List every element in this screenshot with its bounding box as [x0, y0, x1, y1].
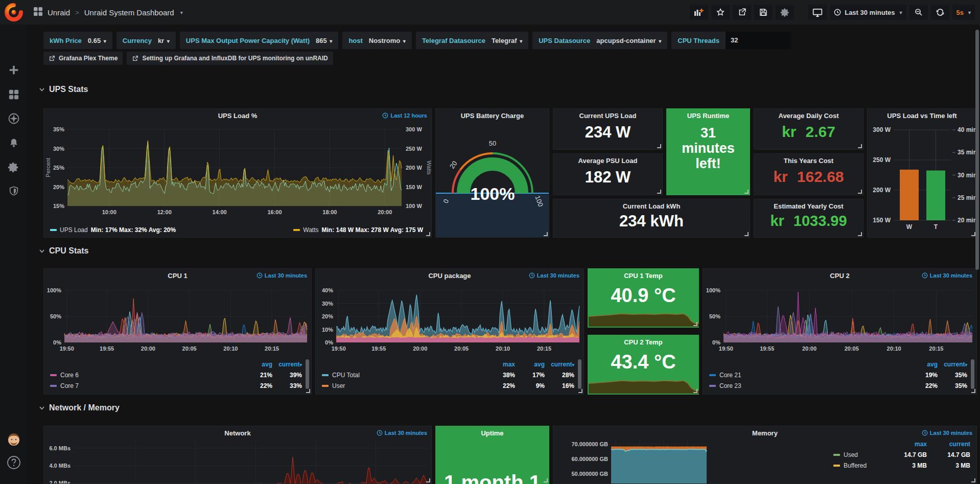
- dashboard-dropdown-caret-icon[interactable]: ▾: [180, 10, 183, 15]
- variable-value-dropdown[interactable]: 865 ▾: [316, 37, 332, 44]
- panel-current-ups-load: Current UPS Load 234 W: [553, 108, 663, 150]
- legend-col-avg[interactable]: avg: [908, 361, 938, 368]
- time-range-picker[interactable]: Last 30 minutes ▾: [830, 5, 906, 20]
- bars-body[interactable]: 300 W250 W200 W150 W40 min35 min30 min25…: [868, 109, 976, 237]
- panel-time-range-link[interactable]: Last 30 minutes: [529, 272, 579, 279]
- legend-series-toggle[interactable]: Core 23: [709, 382, 908, 389]
- legend-col-current[interactable]: current▾: [545, 361, 574, 368]
- server-admin-shield-icon[interactable]: [0, 182, 27, 200]
- panel-title[interactable]: CPU 1 Temp: [588, 272, 698, 280]
- legend-col-max[interactable]: max: [485, 361, 515, 368]
- panel-time-range-link[interactable]: Last 30 minutes: [256, 272, 307, 279]
- chart-body[interactable]: 35%30%25%20%15%10:0012:0014:0016:0018:00…: [44, 109, 431, 237]
- panel-title[interactable]: Memory: [553, 429, 976, 437]
- legend-row: Core 722%33%: [50, 380, 302, 391]
- add-panel-button[interactable]: [690, 5, 708, 20]
- explore-compass-icon[interactable]: [0, 110, 27, 127]
- page-scrollbar[interactable]: [975, 30, 979, 270]
- variable-value-dropdown[interactable]: apcupsd-container ▾: [596, 37, 661, 44]
- legend-series-toggle[interactable]: Core 7: [50, 382, 243, 389]
- legend-row: Buffered3 MB3 MB: [833, 460, 970, 471]
- panel-title[interactable]: CPU 2 Temp: [588, 338, 698, 346]
- variable-input[interactable]: 32: [726, 32, 791, 49]
- legend-col-max[interactable]: max: [891, 441, 927, 448]
- variable-value-dropdown[interactable]: kr ▾: [158, 37, 170, 44]
- legend-col-current[interactable]: current▾: [272, 361, 302, 368]
- breadcrumb-dashboard-title[interactable]: Unraid System Dashboard: [84, 8, 174, 17]
- panel-title[interactable]: UPS Load vs Time left: [868, 112, 976, 120]
- avatar[interactable]: [0, 431, 27, 448]
- legend-scrollbar[interactable]: [306, 359, 309, 389]
- help-icon[interactable]: [0, 454, 27, 471]
- panel-title[interactable]: Network: [44, 429, 431, 437]
- legend-col-avg[interactable]: avg: [515, 361, 545, 368]
- star-dashboard-button[interactable]: [711, 5, 730, 20]
- panel-title[interactable]: UPS Load %: [44, 112, 431, 120]
- panel-title[interactable]: UPS Runtime: [667, 112, 750, 120]
- svg-text:19:55: 19:55: [371, 345, 386, 352]
- svg-text:50.000000 GB: 50.000000 GB: [571, 471, 608, 477]
- grafana-logo-icon[interactable]: [4, 3, 24, 22]
- svg-text:2.0 MBs: 2.0 MBs: [49, 480, 71, 483]
- dashboard-link[interactable]: Setting up Grafana and InfluxDB for UPS …: [127, 52, 333, 65]
- legend-row: User22%9%16%: [322, 380, 574, 391]
- dashboard-settings-button[interactable]: [776, 5, 794, 20]
- refresh-interval-picker[interactable]: 5s ▾: [952, 5, 975, 20]
- cycle-view-monitor-button[interactable]: [808, 5, 827, 20]
- panel-time-range-link[interactable]: Last 12 hours: [382, 112, 427, 119]
- section-ups-stats[interactable]: UPS Stats: [39, 85, 88, 94]
- variable-value-dropdown[interactable]: Telegraf ▾: [492, 37, 522, 44]
- panel-title[interactable]: This Years Cost: [754, 157, 863, 165]
- refresh-button[interactable]: [931, 5, 949, 20]
- panel-title[interactable]: UPS Battery Charge: [436, 112, 549, 120]
- panel-average-psu-load: Average PSU Load 182 W: [553, 153, 663, 195]
- gauge-body[interactable]: 02050100100%: [436, 109, 549, 237]
- stat-value: 234 W: [553, 123, 662, 141]
- legend-col-avg[interactable]: avg: [243, 361, 272, 368]
- variable-value-dropdown[interactable]: 0.65 ▾: [88, 37, 106, 44]
- breadcrumb-app[interactable]: Unraid: [48, 8, 70, 17]
- legend-row: CPU Total38%17%28%: [322, 370, 574, 380]
- stat-value: kr2.67: [754, 123, 863, 141]
- panel-title[interactable]: Current Load kWh: [553, 202, 750, 210]
- legend-col-current[interactable]: current▾: [938, 361, 967, 368]
- legend-scrollbar[interactable]: [971, 359, 974, 389]
- section-cpu-stats[interactable]: CPU Stats: [39, 246, 88, 256]
- dashboards-grid-icon[interactable]: [34, 7, 42, 17]
- refresh-interval-label: 5s: [956, 9, 964, 16]
- panel-title[interactable]: Average PSU Load: [553, 157, 662, 165]
- svg-text:250 W: 250 W: [873, 156, 891, 164]
- dashboards-icon[interactable]: [0, 86, 27, 103]
- chevron-down-icon: [39, 405, 45, 411]
- legend-series-toggle[interactable]: Core 6: [50, 372, 243, 379]
- variable-value-dropdown[interactable]: Nostromo ▾: [369, 37, 406, 44]
- section-title: UPS Stats: [49, 85, 88, 94]
- legend-series-toggle[interactable]: User: [322, 382, 485, 389]
- legend-series-toggle[interactable]: Buffered: [833, 462, 891, 469]
- configuration-gear-icon[interactable]: [0, 158, 27, 176]
- zoom-out-button[interactable]: [909, 5, 928, 20]
- panel-time-range-link[interactable]: Last 30 minutes: [922, 430, 972, 436]
- alerting-bell-icon[interactable]: [0, 134, 27, 152]
- share-dashboard-button[interactable]: [733, 5, 751, 20]
- external-link-icon: [49, 55, 55, 62]
- legend-series-toggle[interactable]: Used: [833, 451, 891, 458]
- legend-series-toggle[interactable]: Core 21: [709, 372, 908, 379]
- panel-title[interactable]: Estimated Yearly Cost: [754, 202, 863, 210]
- legend-scrollbar[interactable]: [578, 359, 581, 389]
- save-dashboard-button[interactable]: [754, 5, 773, 20]
- panel-title[interactable]: Uptime: [436, 429, 549, 437]
- section-network-memory[interactable]: Network / Memory: [39, 403, 120, 412]
- legend-item[interactable]: WattsMin: 148 W Max: 278 W Avg: 175 W: [293, 226, 423, 234]
- create-plus-icon[interactable]: [0, 61, 27, 79]
- panel-title[interactable]: Current UPS Load: [553, 112, 662, 120]
- legend-series-toggle[interactable]: CPU Total: [322, 372, 485, 379]
- legend-item[interactable]: UPS LoadMin: 17% Max: 32% Avg: 20%: [50, 226, 176, 234]
- panel-time-range-link[interactable]: Last 30 minutes: [922, 272, 972, 279]
- dashboard-link[interactable]: Grafana Plex Theme: [43, 52, 123, 65]
- legend-col-current[interactable]: current: [927, 441, 970, 448]
- variable-currency: Currencykr ▾: [116, 32, 176, 49]
- panel-time-range-link[interactable]: Last 30 minutes: [377, 430, 427, 436]
- svg-text:50%: 50%: [50, 313, 61, 319]
- panel-title[interactable]: Average Daily Cost: [754, 112, 863, 120]
